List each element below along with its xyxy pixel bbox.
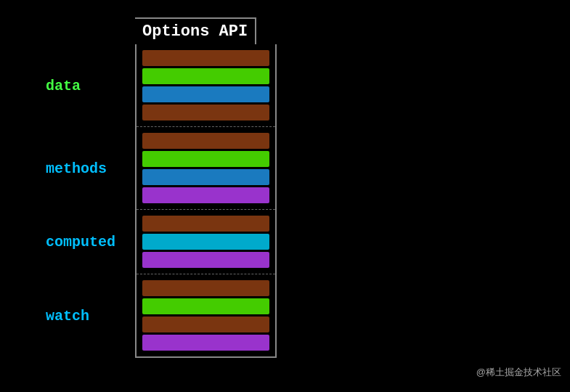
bar bbox=[142, 50, 269, 66]
bar bbox=[142, 169, 269, 185]
watermark: @稀土掘金技术社区 bbox=[476, 366, 561, 379]
bar bbox=[142, 216, 269, 232]
bar bbox=[142, 133, 269, 149]
bar bbox=[142, 68, 269, 84]
label-watch: watch bbox=[46, 307, 89, 324]
section-watch: watch bbox=[137, 274, 275, 356]
bar bbox=[142, 317, 269, 332]
section-computed: computed bbox=[137, 210, 275, 274]
bar bbox=[142, 298, 269, 314]
bar bbox=[142, 86, 269, 102]
bar bbox=[142, 105, 269, 121]
label-data: data bbox=[46, 77, 81, 94]
bar bbox=[142, 252, 269, 268]
bar bbox=[142, 151, 269, 167]
label-methods: methods bbox=[46, 160, 107, 176]
bar bbox=[142, 187, 269, 203]
section-data: data bbox=[137, 44, 275, 127]
bar bbox=[142, 234, 269, 250]
label-computed: computed bbox=[46, 234, 115, 250]
bar bbox=[142, 335, 269, 351]
bar bbox=[142, 280, 269, 296]
diagram-title: Options API bbox=[135, 17, 256, 44]
section-methods: methods bbox=[137, 127, 275, 210]
